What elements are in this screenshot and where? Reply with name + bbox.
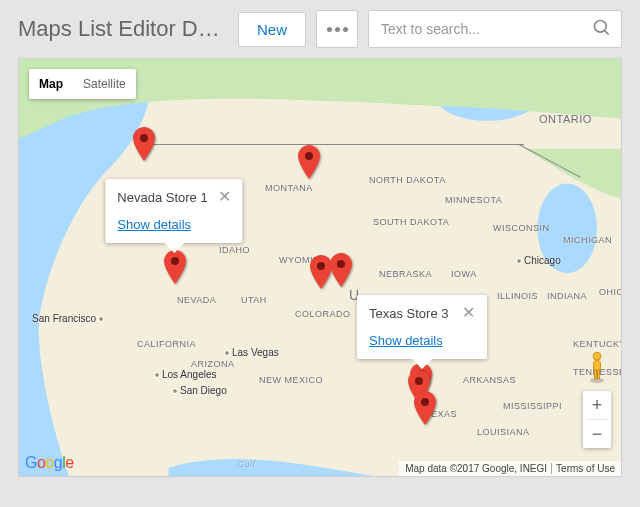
svg-line-1 xyxy=(605,31,609,35)
city-vegas: Las Vegas xyxy=(225,347,279,358)
show-details-link[interactable]: Show details xyxy=(117,217,191,232)
svg-point-7 xyxy=(593,352,601,360)
city-sd: San Diego xyxy=(173,385,227,396)
label-sdakota: SOUTH DAKOTA xyxy=(373,217,449,227)
label-ontario: ONTARIO xyxy=(539,113,592,125)
label-nebraska: NEBRASKA xyxy=(379,269,432,279)
label-nevada: NEVADA xyxy=(177,295,216,305)
label-california: CALIFORNIA xyxy=(137,339,196,349)
more-actions-button[interactable] xyxy=(316,10,358,48)
label-wisconsin: WISCONSIN xyxy=(493,223,550,233)
show-details-link[interactable]: Show details xyxy=(369,333,443,348)
infowindow-nevada: Nevada Store 1 ✕ Show details xyxy=(105,179,242,243)
map-attribution: Map data ©2017 Google, INEGI Terms of Us… xyxy=(399,461,621,476)
zoom-in-button[interactable]: + xyxy=(583,391,611,419)
pin-montana[interactable] xyxy=(298,145,320,179)
map-type-control: Map Satellite xyxy=(29,69,136,99)
search-input[interactable] xyxy=(368,10,622,48)
google-logo: Google xyxy=(25,454,74,472)
city-sf: San Francisco xyxy=(32,313,103,324)
infowindow-title: Texas Store 3 xyxy=(369,306,449,321)
close-icon[interactable]: ✕ xyxy=(462,305,475,321)
zoom-out-button[interactable]: − xyxy=(583,420,611,448)
close-icon[interactable]: ✕ xyxy=(218,189,231,205)
svg-rect-9 xyxy=(594,370,596,379)
app-header: Maps List Editor D… New xyxy=(0,0,640,58)
label-iowa: IOWA xyxy=(451,269,477,279)
label-gulf: Gulf xyxy=(237,459,256,469)
pin-colorado-b[interactable] xyxy=(330,253,352,287)
map-type-map-button[interactable]: Map xyxy=(29,69,73,99)
label-colorado: COLORADO xyxy=(295,309,351,319)
label-ohio: OHIO xyxy=(599,287,622,297)
search-icon[interactable] xyxy=(592,18,612,38)
label-michigan: MICHIGAN xyxy=(563,235,612,245)
label-idaho: IDAHO xyxy=(219,245,250,255)
svg-rect-8 xyxy=(594,361,601,371)
streetview-pegman[interactable] xyxy=(584,351,610,384)
label-mississippi: MISSISSIPPI xyxy=(503,401,562,411)
border-line xyxy=(144,144,524,145)
label-montana: MONTANA xyxy=(265,183,313,193)
label-illinois: ILLINOIS xyxy=(497,291,538,301)
pin-washington[interactable] xyxy=(133,127,155,161)
page-title: Maps List Editor D… xyxy=(18,16,228,42)
infowindow-title: Nevada Store 1 xyxy=(117,190,207,205)
label-louisiana: LOUISIANA xyxy=(477,427,530,437)
map-data-text: Map data ©2017 Google, INEGI xyxy=(405,463,547,474)
pin-nevada[interactable] xyxy=(164,250,186,284)
city-chicago: Chicago xyxy=(517,255,561,266)
label-ndakota: NORTH DAKOTA xyxy=(369,175,446,185)
map-type-satellite-button[interactable]: Satellite xyxy=(73,69,136,99)
city-la: Los Angeles xyxy=(155,369,217,380)
pin-texas-c[interactable] xyxy=(414,391,436,425)
label-kentucky: KENTUCKY xyxy=(573,339,622,349)
pin-colorado-a[interactable] xyxy=(310,255,332,289)
svg-rect-10 xyxy=(597,370,599,379)
infowindow-texas: Texas Store 3 ✕ Show details xyxy=(357,295,487,359)
label-minnesota: MINNESOTA xyxy=(445,195,502,205)
zoom-control: + − xyxy=(583,391,611,448)
label-newmexico: NEW MEXICO xyxy=(259,375,323,385)
map-canvas[interactable]: ONTARIO MONTANA NORTH DAKOTA MINNESOTA S… xyxy=(18,58,622,477)
label-utah: UTAH xyxy=(241,295,267,305)
terms-link[interactable]: Terms of Use xyxy=(556,463,615,474)
label-arizona: ARIZONA xyxy=(191,359,235,369)
new-button[interactable]: New xyxy=(238,12,306,47)
label-arkansas: ARKANSAS xyxy=(463,375,516,385)
search-wrap xyxy=(368,10,622,48)
svg-point-0 xyxy=(595,21,607,33)
label-indiana: INDIANA xyxy=(547,291,587,301)
